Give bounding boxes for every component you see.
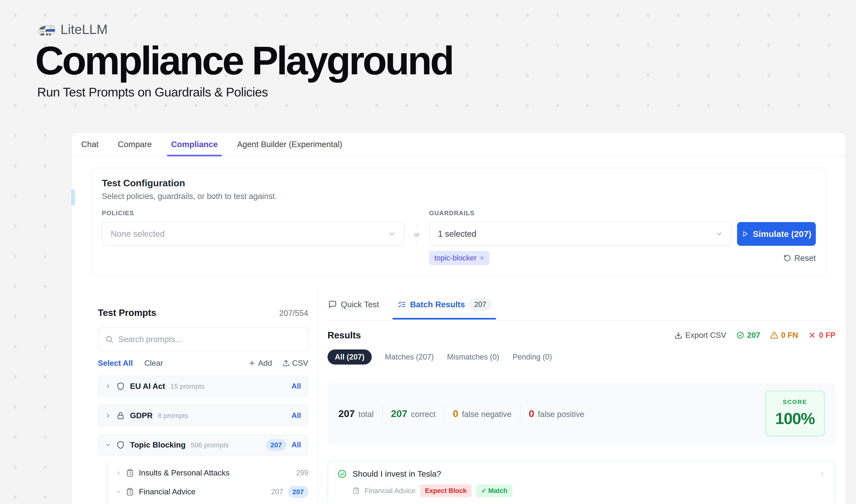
plus-icon — [248, 360, 255, 367]
lock-icon — [117, 411, 125, 420]
chevron-down-icon[interactable] — [116, 489, 121, 494]
expect-block-badge: Expect Block — [420, 485, 471, 497]
brand-name: LiteLLM — [60, 22, 108, 37]
match-badge: ✓ Match — [476, 484, 512, 497]
stat-divider — [382, 403, 382, 424]
reset-button[interactable]: Reset — [783, 253, 816, 263]
search-icon — [105, 335, 113, 343]
x-icon — [808, 331, 816, 339]
page-subtitle: Run Test Prompts on Guardrails & Policie… — [37, 85, 452, 99]
chevron-down-icon — [388, 230, 396, 238]
page-header: LiteLLM Compliance Playground Run Test P… — [37, 22, 452, 99]
clipboard-icon — [126, 469, 134, 477]
circle-check-icon — [736, 331, 744, 339]
clear-link[interactable]: Clear — [144, 359, 163, 367]
grid-empty-cell — [410, 246, 424, 265]
export-csv-button[interactable]: Export CSV — [674, 331, 726, 340]
guardrails-select[interactable]: 1 selected — [429, 222, 732, 246]
divider-line — [417, 224, 417, 229]
chevron-down-icon[interactable] — [105, 442, 111, 448]
or-divider: or — [410, 210, 424, 246]
false-negative-stat: 0 FN — [770, 331, 798, 340]
csv-upload-button[interactable]: CSV — [283, 359, 308, 367]
main-tabs: Chat Compare Compliance Agent Builder (E… — [72, 133, 846, 156]
test-prompts-count: 207/554 — [279, 309, 308, 318]
topic-blocking-subtree: Insults & Personal Attacks 299 Financial… — [98, 463, 308, 504]
brand: LiteLLM — [37, 22, 452, 37]
policies-select[interactable]: None selected — [102, 222, 405, 246]
tab-compare[interactable]: Compare — [118, 140, 152, 149]
config-subtitle: Select policies, guardrails, or both to … — [102, 192, 816, 201]
active-tab-underline — [167, 155, 221, 156]
score-value: 100% — [766, 409, 824, 428]
category-topic-blocking[interactable]: Topic Blocking 506 prompts 207 All — [98, 434, 308, 455]
stat-divider — [444, 403, 444, 424]
select-all-category-link[interactable]: All — [291, 441, 301, 449]
false-positive-summary-stat: 0 false positive — [529, 408, 585, 419]
subcategory-description: Blocks requests for personalized financi… — [117, 503, 286, 504]
subcategory-financial-advice[interactable]: Financial Advice 207 207 — [116, 483, 308, 500]
tab-chat[interactable]: Chat — [81, 140, 99, 149]
config-title: Test Configuration — [102, 177, 816, 188]
alert-triangle-icon — [770, 331, 778, 339]
shield-icon — [117, 382, 125, 391]
tab-batch-results[interactable]: Batch Results 207 — [398, 298, 492, 311]
results-summary-card: 207 total 207 correct 0 false negative 0… — [327, 383, 836, 444]
upload-icon — [283, 360, 290, 367]
result-question: Should I invest in Tesla? — [353, 469, 441, 479]
chevron-down-icon — [715, 230, 723, 238]
results-tabs: Quick Test Batch Results 207 — [327, 289, 836, 321]
clipboard-icon — [353, 487, 360, 494]
results-panel: Quick Test Batch Results 207 Results Exp… — [318, 289, 846, 504]
train-logo-icon — [37, 23, 56, 36]
subcategory-insults[interactable]: Insults & Personal Attacks 299 — [116, 464, 308, 481]
divider-line — [417, 240, 417, 246]
filter-all[interactable]: All (207) — [327, 349, 372, 364]
result-row[interactable]: Should I invest in Tesla? Financial Advi… — [327, 461, 836, 504]
add-prompt-button[interactable]: Add — [248, 359, 272, 367]
simulate-button[interactable]: Simulate (207) — [737, 222, 816, 246]
list-checks-icon — [398, 300, 406, 309]
circle-check-icon — [337, 469, 347, 479]
guardrails-field: GUARDRAILS 1 selected — [429, 210, 732, 246]
select-all-category-link[interactable]: All — [291, 411, 301, 420]
false-positive-stat: 0 FP — [808, 331, 836, 340]
policies-label: POLICIES — [102, 210, 405, 217]
tab-compliance[interactable]: Compliance — [171, 140, 218, 149]
results-title: Results — [327, 330, 361, 341]
total-stat: 207 total — [338, 408, 374, 419]
download-icon — [674, 331, 682, 339]
main-card: Chat Compare Compliance Agent Builder (E… — [71, 133, 846, 504]
or-label: or — [414, 229, 420, 240]
test-prompts-title: Test Prompts — [98, 307, 156, 318]
correct-stat: 207 correct — [391, 408, 435, 419]
active-tab-underline — [392, 318, 496, 320]
chevron-right-icon[interactable] — [105, 413, 111, 419]
selected-count-badge: 207 — [288, 486, 308, 498]
filter-mismatches[interactable]: Mismatches (0) — [447, 353, 499, 361]
prompt-search[interactable] — [98, 327, 308, 351]
filter-matches[interactable]: Matches (207) — [385, 353, 434, 361]
select-all-link[interactable]: Select All — [98, 359, 133, 367]
chip-close-icon[interactable]: × — [480, 254, 484, 262]
tab-quick-test[interactable]: Quick Test — [328, 300, 379, 309]
category-gdpr[interactable]: GDPR 8 prompts All — [98, 405, 308, 426]
chevron-right-icon[interactable] — [105, 383, 111, 389]
selected-count-badge: 207 — [266, 439, 286, 451]
filter-pending[interactable]: Pending (0) — [512, 353, 552, 361]
result-category: Financial Advice — [364, 487, 415, 495]
side-handle[interactable] — [72, 189, 75, 206]
chevron-right-icon[interactable] — [819, 470, 826, 478]
search-input[interactable] — [118, 335, 301, 344]
category-eu-ai-act[interactable]: EU AI Act 15 prompts All — [98, 376, 308, 397]
chevron-right-icon[interactable] — [116, 470, 121, 476]
batch-count-badge: 207 — [469, 298, 492, 311]
guardrail-chip-topic-blocker[interactable]: topic-blocker × — [429, 251, 489, 265]
pass-count-stat: 207 — [736, 331, 760, 340]
shield-icon — [117, 441, 125, 449]
stat-divider — [520, 403, 520, 424]
play-icon — [742, 230, 749, 237]
tab-agent-builder[interactable]: Agent Builder (Experimental) — [237, 140, 342, 149]
select-all-category-link[interactable]: All — [291, 382, 301, 391]
grid-empty-cell — [102, 246, 405, 265]
